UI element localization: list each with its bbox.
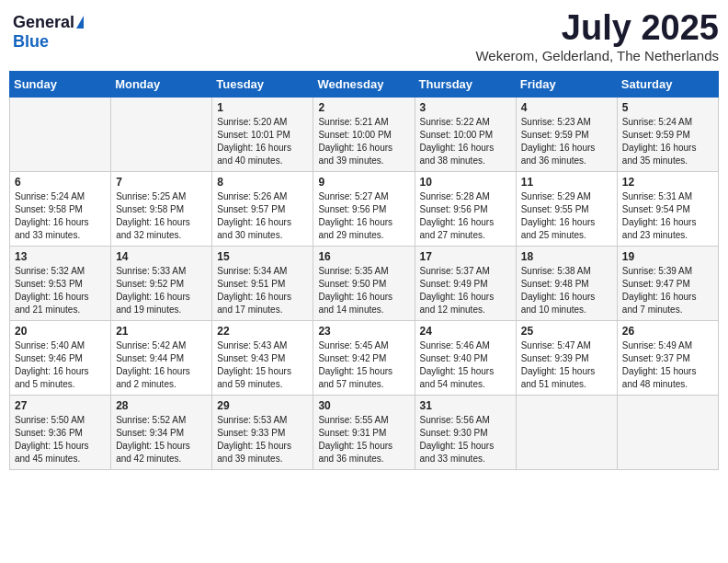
calendar-cell: 24Sunrise: 5:46 AM Sunset: 9:40 PM Dayli… [415,320,516,395]
calendar-cell: 3Sunrise: 5:22 AM Sunset: 10:00 PM Dayli… [415,97,516,171]
calendar-cell: 8Sunrise: 5:26 AM Sunset: 9:57 PM Daylig… [212,171,313,246]
day-number: 7 [116,176,207,189]
day-number: 31 [420,399,511,412]
day-info: Sunrise: 5:45 AM Sunset: 9:42 PM Dayligh… [318,339,409,391]
calendar-cell: 25Sunrise: 5:47 AM Sunset: 9:39 PM Dayli… [516,320,617,395]
calendar-cell [10,97,111,171]
day-header-saturday: Saturday [617,71,718,97]
calendar-cell: 7Sunrise: 5:25 AM Sunset: 9:58 PM Daylig… [111,171,212,246]
day-info: Sunrise: 5:50 AM Sunset: 9:36 PM Dayligh… [15,414,106,465]
calendar-cell [111,97,212,171]
day-number: 1 [217,101,308,114]
day-info: Sunrise: 5:24 AM Sunset: 9:58 PM Dayligh… [15,190,106,242]
day-number: 8 [217,176,308,189]
day-number: 12 [622,176,713,189]
day-number: 5 [622,101,713,114]
day-number: 20 [15,325,106,338]
calendar-cell: 12Sunrise: 5:31 AM Sunset: 9:54 PM Dayli… [617,171,718,246]
calendar-cell: 31Sunrise: 5:56 AM Sunset: 9:30 PM Dayli… [415,395,516,469]
logo-triangle-icon [76,16,84,29]
day-number: 14 [116,250,207,263]
day-header-monday: Monday [111,71,212,97]
calendar-week-row: 13Sunrise: 5:32 AM Sunset: 9:53 PM Dayli… [10,246,719,320]
day-number: 30 [318,399,409,412]
calendar-table: SundayMondayTuesdayWednesdayThursdayFrid… [9,71,719,470]
day-info: Sunrise: 5:23 AM Sunset: 9:59 PM Dayligh… [521,116,612,167]
calendar-cell [516,395,617,469]
calendar-week-row: 1Sunrise: 5:20 AM Sunset: 10:01 PM Dayli… [10,97,719,171]
day-info: Sunrise: 5:56 AM Sunset: 9:30 PM Dayligh… [420,414,511,465]
calendar-week-row: 27Sunrise: 5:50 AM Sunset: 9:36 PM Dayli… [10,395,719,469]
day-number: 17 [420,250,511,263]
day-number: 3 [420,101,511,114]
calendar-cell: 5Sunrise: 5:24 AM Sunset: 9:59 PM Daylig… [617,97,718,171]
day-info: Sunrise: 5:21 AM Sunset: 10:00 PM Daylig… [318,116,409,167]
day-number: 19 [622,250,713,263]
day-header-friday: Friday [516,71,617,97]
calendar-cell: 22Sunrise: 5:43 AM Sunset: 9:43 PM Dayli… [212,320,313,395]
day-number: 16 [318,250,409,263]
calendar-cell: 9Sunrise: 5:27 AM Sunset: 9:56 PM Daylig… [313,171,415,246]
calendar-cell: 17Sunrise: 5:37 AM Sunset: 9:49 PM Dayli… [415,246,516,320]
day-info: Sunrise: 5:35 AM Sunset: 9:50 PM Dayligh… [318,265,409,316]
day-number: 9 [318,176,409,189]
day-number: 13 [15,250,106,263]
calendar-cell: 4Sunrise: 5:23 AM Sunset: 9:59 PM Daylig… [516,97,617,171]
day-info: Sunrise: 5:39 AM Sunset: 9:47 PM Dayligh… [622,265,713,316]
day-header-wednesday: Wednesday [313,71,415,97]
day-info: Sunrise: 5:31 AM Sunset: 9:54 PM Dayligh… [622,190,713,242]
calendar-cell: 1Sunrise: 5:20 AM Sunset: 10:01 PM Dayli… [212,97,313,171]
title-area: July 2025 Wekerom, Gelderland, The Nethe… [475,9,719,63]
day-info: Sunrise: 5:43 AM Sunset: 9:43 PM Dayligh… [217,339,308,391]
day-header-tuesday: Tuesday [212,71,313,97]
day-info: Sunrise: 5:26 AM Sunset: 9:57 PM Dayligh… [217,190,308,242]
day-number: 2 [318,101,409,114]
day-number: 27 [15,399,106,412]
calendar-cell: 19Sunrise: 5:39 AM Sunset: 9:47 PM Dayli… [617,246,718,320]
day-header-sunday: Sunday [10,71,111,97]
day-number: 4 [521,101,612,114]
day-number: 24 [420,325,511,338]
calendar-cell: 18Sunrise: 5:38 AM Sunset: 9:48 PM Dayli… [516,246,617,320]
day-header-thursday: Thursday [415,71,516,97]
day-info: Sunrise: 5:20 AM Sunset: 10:01 PM Daylig… [217,116,308,167]
day-info: Sunrise: 5:27 AM Sunset: 9:56 PM Dayligh… [318,190,409,242]
day-info: Sunrise: 5:22 AM Sunset: 10:00 PM Daylig… [420,116,511,167]
calendar-cell [617,395,718,469]
calendar-cell: 26Sunrise: 5:49 AM Sunset: 9:37 PM Dayli… [617,320,718,395]
day-info: Sunrise: 5:24 AM Sunset: 9:59 PM Dayligh… [622,116,713,167]
day-info: Sunrise: 5:55 AM Sunset: 9:31 PM Dayligh… [318,414,409,465]
day-info: Sunrise: 5:38 AM Sunset: 9:48 PM Dayligh… [521,265,612,316]
calendar-cell: 2Sunrise: 5:21 AM Sunset: 10:00 PM Dayli… [313,97,415,171]
day-number: 10 [420,176,511,189]
calendar-cell: 10Sunrise: 5:28 AM Sunset: 9:56 PM Dayli… [415,171,516,246]
day-info: Sunrise: 5:52 AM Sunset: 9:34 PM Dayligh… [116,414,207,465]
day-number: 26 [622,325,713,338]
calendar-cell: 6Sunrise: 5:24 AM Sunset: 9:58 PM Daylig… [10,171,111,246]
logo: General Blue [9,9,87,55]
logo-blue-text: Blue [13,32,49,52]
location-title: Wekerom, Gelderland, The Netherlands [475,48,719,63]
day-info: Sunrise: 5:53 AM Sunset: 9:33 PM Dayligh… [217,414,308,465]
day-number: 18 [521,250,612,263]
day-info: Sunrise: 5:32 AM Sunset: 9:53 PM Dayligh… [15,265,106,316]
calendar-cell: 28Sunrise: 5:52 AM Sunset: 9:34 PM Dayli… [111,395,212,469]
calendar-cell: 15Sunrise: 5:34 AM Sunset: 9:51 PM Dayli… [212,246,313,320]
calendar-cell: 13Sunrise: 5:32 AM Sunset: 9:53 PM Dayli… [10,246,111,320]
day-number: 15 [217,250,308,263]
calendar-cell: 29Sunrise: 5:53 AM Sunset: 9:33 PM Dayli… [212,395,313,469]
day-info: Sunrise: 5:29 AM Sunset: 9:55 PM Dayligh… [521,190,612,242]
calendar-cell: 11Sunrise: 5:29 AM Sunset: 9:55 PM Dayli… [516,171,617,246]
day-info: Sunrise: 5:46 AM Sunset: 9:40 PM Dayligh… [420,339,511,391]
day-info: Sunrise: 5:47 AM Sunset: 9:39 PM Dayligh… [521,339,612,391]
day-number: 25 [521,325,612,338]
calendar-header-row: SundayMondayTuesdayWednesdayThursdayFrid… [10,71,719,97]
day-number: 11 [521,176,612,189]
calendar-cell: 27Sunrise: 5:50 AM Sunset: 9:36 PM Dayli… [10,395,111,469]
day-info: Sunrise: 5:42 AM Sunset: 9:44 PM Dayligh… [116,339,207,391]
day-number: 6 [15,176,106,189]
day-number: 21 [116,325,207,338]
calendar-cell: 14Sunrise: 5:33 AM Sunset: 9:52 PM Dayli… [111,246,212,320]
day-info: Sunrise: 5:28 AM Sunset: 9:56 PM Dayligh… [420,190,511,242]
calendar-cell: 16Sunrise: 5:35 AM Sunset: 9:50 PM Dayli… [313,246,415,320]
